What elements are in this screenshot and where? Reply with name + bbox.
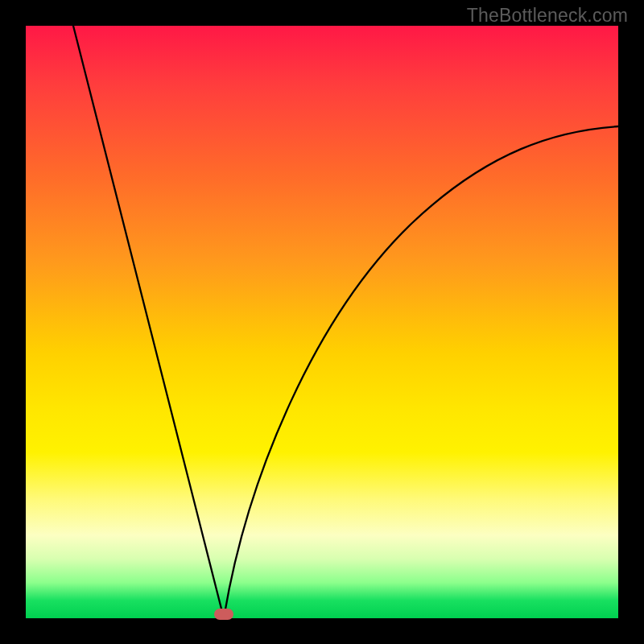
curve-left-branch (73, 26, 224, 618)
watermark-text: TheBottleneck.com (467, 5, 628, 27)
optimum-marker (214, 609, 233, 620)
plot-area (26, 26, 618, 618)
bottleneck-curve (26, 26, 618, 618)
curve-right-branch (224, 126, 618, 618)
chart-frame: TheBottleneck.com (0, 0, 644, 644)
